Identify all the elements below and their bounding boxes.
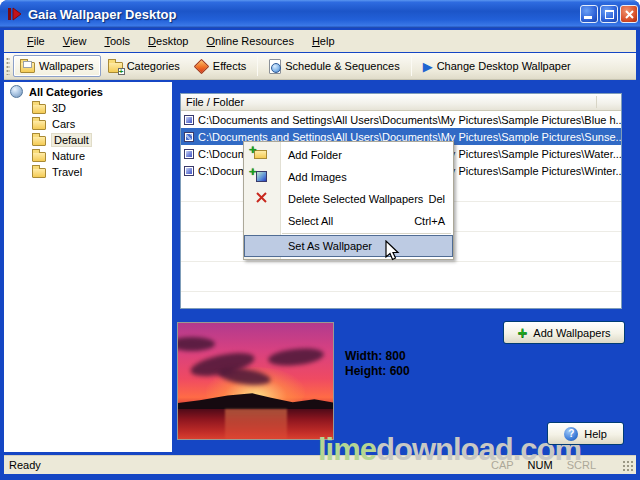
toolbar-schedule-label: Schedule & Sequences <box>285 60 399 72</box>
context-item-label: Set As Wallpaper <box>288 240 372 252</box>
toolbar-categories-button[interactable]: + Categories <box>101 55 187 77</box>
tree-item-label: 3D <box>52 102 66 114</box>
context-select-all[interactable]: Select All Ctrl+A <box>244 210 453 232</box>
help-question-icon: ? <box>564 427 578 441</box>
menu-file[interactable]: File <box>18 32 54 50</box>
image-file-icon <box>184 166 194 176</box>
menu-help[interactable]: Help <box>303 32 344 50</box>
menu-online-resources[interactable]: Online Resources <box>197 32 302 50</box>
minimize-icon <box>584 16 592 19</box>
file-path: C:\Documents and Settings\All Users\Docu… <box>198 114 622 126</box>
help-label: Help <box>584 428 607 440</box>
height-label: Height: <box>345 364 386 378</box>
folder-icon <box>32 104 46 114</box>
context-set-as-wallpaper[interactable]: Set As Wallpaper <box>244 235 453 257</box>
folder-icon <box>32 168 46 178</box>
context-item-shortcut: Del <box>428 193 445 205</box>
preview-width: Width: 800 <box>345 349 406 363</box>
toolbar-categories-label: Categories <box>127 60 180 72</box>
file-row[interactable]: C:\Documents and Settings\All Users\Docu… <box>181 111 621 128</box>
help-button[interactable]: ? Help <box>547 422 624 445</box>
app-icon <box>7 6 23 22</box>
add-wallpapers-label: Add Wallpapers <box>533 327 610 339</box>
context-item-label: Add Images <box>288 171 347 183</box>
preview-height: Height: 600 <box>345 364 410 378</box>
toolbar-separator <box>257 56 258 76</box>
height-value: 600 <box>390 364 410 378</box>
context-delete-selected[interactable]: Delete Selected Wallpapers Del <box>244 188 453 210</box>
window-title: Gaia Wallpaper Desktop <box>28 7 176 22</box>
tree-root-all-categories[interactable]: All Categories <box>4 82 172 100</box>
minimize-button[interactable] <box>580 5 598 23</box>
menu-view[interactable]: View <box>54 32 96 50</box>
image-file-icon <box>184 149 194 159</box>
wallpaper-preview-image <box>177 322 334 440</box>
categories-folder-plus-icon: + <box>108 62 123 73</box>
close-button[interactable] <box>620 5 638 23</box>
effects-diamond-icon <box>194 58 210 74</box>
status-message: Ready <box>4 459 41 471</box>
preview-water <box>178 409 333 439</box>
tree-item-label: Cars <box>52 118 75 130</box>
app-window: Gaia Wallpaper Desktop File View Tools D… <box>0 0 640 480</box>
menu-tools[interactable]: Tools <box>95 32 139 50</box>
add-wallpapers-button[interactable]: + Add Wallpapers <box>503 321 625 344</box>
folder-icon <box>32 152 46 162</box>
close-icon <box>625 10 634 19</box>
watermark-prefix: lime <box>318 432 376 467</box>
width-label: Width: <box>345 349 382 363</box>
category-tree: All Categories 3D Cars Default Nature Tr… <box>4 82 172 452</box>
tree-item-label: Nature <box>52 150 85 162</box>
menu-bar: File View Tools Desktop Online Resources… <box>4 30 636 52</box>
toolbar: Wallpapers + Categories Effects Schedule… <box>4 53 636 80</box>
tree-item-3d[interactable]: 3D <box>4 100 172 116</box>
context-item-label: Select All <box>288 215 333 227</box>
toolbar-change-wallpaper-label: Change Desktop Wallpaper <box>437 60 571 72</box>
globe-icon <box>10 85 23 98</box>
toolbar-change-wallpaper-button[interactable]: ▶ Change Desktop Wallpaper <box>416 55 578 77</box>
image-file-icon <box>184 115 194 125</box>
tree-item-travel[interactable]: Travel <box>4 164 172 180</box>
maximize-button[interactable] <box>600 5 618 23</box>
folder-icon <box>32 120 46 130</box>
play-triangle-icon: ▶ <box>423 60 433 73</box>
schedule-clock-icon <box>269 59 281 74</box>
add-images-icon: + <box>252 169 270 185</box>
context-menu: + Add Folder + Add Images Delete Selecte… <box>243 141 454 260</box>
context-item-label: Add Folder <box>288 149 342 161</box>
plus-icon: + <box>517 325 527 340</box>
wallpapers-folder-icon <box>20 62 35 73</box>
toolbar-schedule-button[interactable]: Schedule & Sequences <box>262 55 406 77</box>
column-header-file-folder[interactable]: File / Folder <box>181 94 621 111</box>
tree-item-label: Default <box>52 134 91 146</box>
toolbar-wallpapers-label: Wallpapers <box>39 60 94 72</box>
title-bar[interactable]: Gaia Wallpaper Desktop <box>0 0 640 28</box>
tree-item-cars[interactable]: Cars <box>4 116 172 132</box>
image-file-icon <box>184 132 194 142</box>
folder-icon <box>32 136 46 146</box>
mouse-cursor-icon <box>384 240 401 264</box>
toolbar-effects-label: Effects <box>213 60 246 72</box>
add-folder-icon: + <box>252 147 270 163</box>
tree-item-default[interactable]: Default <box>4 132 172 148</box>
tree-item-nature[interactable]: Nature <box>4 148 172 164</box>
menu-desktop[interactable]: Desktop <box>139 32 197 50</box>
watermark: limedownload.com <box>318 432 581 468</box>
toolbar-wallpapers-button[interactable]: Wallpapers <box>13 55 101 77</box>
tree-root-label: All Categories <box>29 86 103 98</box>
context-item-label: Delete Selected Wallpapers <box>288 193 423 205</box>
toolbar-effects-button[interactable]: Effects <box>187 55 253 77</box>
resize-grip[interactable] <box>622 460 634 472</box>
context-add-folder[interactable]: + Add Folder <box>244 144 453 166</box>
maximize-icon <box>605 10 614 19</box>
delete-x-icon <box>252 191 270 207</box>
context-menu-separator <box>282 233 451 234</box>
width-value: 800 <box>386 349 406 363</box>
toolbar-grip[interactable] <box>6 57 10 75</box>
context-add-images[interactable]: + Add Images <box>244 166 453 188</box>
tree-item-label: Travel <box>52 166 82 178</box>
toolbar-separator <box>411 56 412 76</box>
context-item-shortcut: Ctrl+A <box>414 215 445 227</box>
